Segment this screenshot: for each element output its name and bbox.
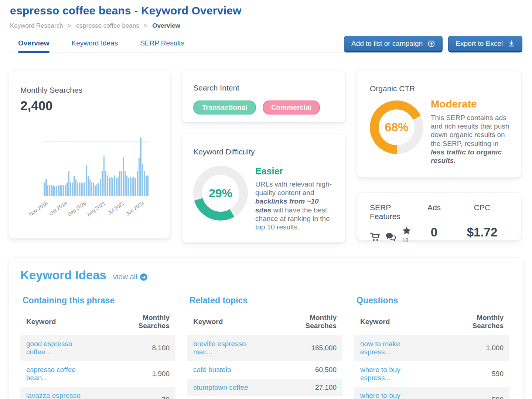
keyword-table-containing: Keyword Monthly Searches good espresso c… xyxy=(20,309,175,399)
keyword-difficulty-card: Keyword Difficulty 29% Easier URLs with … xyxy=(182,134,345,243)
chart-x-label: Oct 2019 xyxy=(48,200,68,216)
searches-value: 70 xyxy=(104,387,175,399)
keyword-group-related: Related topics Keyword Monthly Searches … xyxy=(187,293,342,399)
right-column: Organic CTR 68% Moderate This SERP conta… xyxy=(357,71,521,243)
tab-serp-results[interactable]: SERP Results xyxy=(140,39,184,52)
chart-bar xyxy=(77,183,78,196)
chart-bar xyxy=(44,183,45,196)
keyword-link[interactable]: café bustelo xyxy=(193,366,231,374)
searches-value: 590 xyxy=(438,361,509,387)
breadcrumb-current: Overview xyxy=(152,22,180,29)
chart-bar xyxy=(116,178,117,196)
chart-x-label: Sep 2020 xyxy=(66,200,87,217)
header-actions: Add to list or campaign Export to Excel xyxy=(344,36,522,52)
chat-icon xyxy=(385,232,396,243)
breadcrumb-keyword-research[interactable]: Keyword Research xyxy=(10,22,63,29)
star-icon: 18 xyxy=(402,226,414,249)
breadcrumb-keyword[interactable]: espresso coffee beans xyxy=(76,22,139,29)
organic-ctr-percent: 68% xyxy=(385,120,408,134)
chart-x-label: Jun 2023 xyxy=(125,200,145,217)
serp-feature-icons: 18 xyxy=(370,226,414,249)
table-row: stumptown coffee27,100 xyxy=(187,379,342,396)
chart-bar xyxy=(59,185,61,196)
chart-bar xyxy=(70,182,71,196)
chart-bar xyxy=(58,185,59,196)
chart-bar xyxy=(98,183,99,196)
col-header-searches: Monthly Searches xyxy=(104,309,175,335)
page-header: espresso coffee beans - Keyword Overview… xyxy=(0,0,532,52)
table-row: breville espresso mac...165,000 xyxy=(187,335,342,361)
chart-bar xyxy=(65,185,66,196)
chart-bar xyxy=(68,171,70,196)
table-row: café bustelo60,500 xyxy=(187,361,342,379)
keyword-link[interactable]: how to make espress... xyxy=(360,340,400,356)
chart-bar xyxy=(125,171,126,196)
searches-value: 27,100 xyxy=(272,379,342,396)
chart-bar xyxy=(95,185,96,196)
tab-overview[interactable]: Overview xyxy=(18,39,50,52)
chart-bar xyxy=(45,179,47,196)
chart-bar xyxy=(119,171,120,196)
chart-bar xyxy=(107,175,108,196)
keyword-link[interactable]: where to buy espress... xyxy=(360,392,400,399)
organic-ctr-rating: Moderate xyxy=(431,98,511,110)
chart-bar xyxy=(49,185,50,196)
table-row: where to buy espress...590 xyxy=(354,361,509,387)
chart-bar xyxy=(130,177,131,196)
keyword-link[interactable]: good espresso coffee... xyxy=(26,340,72,356)
monthly-searches-title: Monthly Searches xyxy=(20,86,170,95)
export-to-excel-button[interactable]: Export to Excel xyxy=(448,36,522,52)
keyword-table-questions: Keyword Monthly Searches how to make esp… xyxy=(354,309,509,399)
col-header-keyword: Keyword xyxy=(354,309,438,335)
middle-column: Search Intent Transactional Commercial K… xyxy=(182,71,345,243)
searches-value: 590 xyxy=(438,387,509,399)
chart-bar xyxy=(147,175,149,196)
table-row: where to buy espress...590 xyxy=(354,387,509,399)
keyword-link[interactable]: lavazza espresso coff... xyxy=(26,392,81,399)
chart-bar xyxy=(103,156,105,196)
chart-bar xyxy=(93,183,94,196)
col-header-searches: Monthly Searches xyxy=(272,309,342,335)
arrow-right-circle-icon: ➔ xyxy=(140,273,147,281)
organic-ctr-description: This SERP contains ads and rich results … xyxy=(431,113,511,165)
chart-bar xyxy=(51,185,52,196)
keyword-link[interactable]: breville espresso mac... xyxy=(193,340,246,356)
cpc-label: CPC xyxy=(454,203,510,221)
chart-bar xyxy=(110,177,112,196)
chart-x-label: Jul 2022 xyxy=(107,200,126,216)
chart-x-label: Aug 2021 xyxy=(86,200,106,217)
add-to-list-button[interactable]: Add to list or campaign xyxy=(344,36,443,52)
keyword-link[interactable]: espresso coffee bean... xyxy=(26,366,76,382)
keyword-group-containing: Containing this phrase Keyword Monthly S… xyxy=(20,293,175,399)
chart-bar xyxy=(142,164,143,196)
chart-bar xyxy=(144,171,145,196)
page-title: espresso coffee beans - Keyword Overview xyxy=(10,4,522,17)
table-row: lavazza espresso coff...70 xyxy=(20,387,175,399)
chart-bar xyxy=(86,165,87,196)
ads-value: 0 xyxy=(414,225,454,249)
chart-x-labels: Nov 2018Oct 2019Sep 2020Aug 2021Jul 2022… xyxy=(44,196,149,222)
chart-bars xyxy=(44,132,149,196)
intent-badge-transactional: Transactional xyxy=(193,100,256,115)
chart-bar xyxy=(109,178,110,196)
chart-bar xyxy=(61,185,63,196)
chart-bar xyxy=(132,178,133,196)
chart-bar xyxy=(139,157,140,196)
breadcrumb: Keyword Research > espresso coffee beans… xyxy=(10,22,522,30)
tab-keyword-ideas[interactable]: Keyword Ideas xyxy=(72,39,118,52)
organic-ctr-donut: 68% xyxy=(370,100,423,154)
organic-ctr-title: Organic CTR xyxy=(370,84,511,93)
keyword-table-related: Keyword Monthly Searches breville espres… xyxy=(187,309,342,399)
breadcrumb-separator: > xyxy=(68,22,71,29)
chart-bar xyxy=(47,185,49,196)
group-heading: Containing this phrase xyxy=(23,296,175,306)
view-all-link[interactable]: view all ➔ xyxy=(113,273,147,281)
chart-bar xyxy=(54,186,56,196)
keyword-link[interactable]: where to buy espress... xyxy=(360,366,400,382)
table-row: bodum french press14,800 xyxy=(187,396,342,399)
serp-features-title: SERP Features xyxy=(370,203,414,221)
cart-icon xyxy=(370,232,380,243)
keyword-link[interactable]: stumptown coffee xyxy=(193,383,248,391)
table-row: good espresso coffee...8,100 xyxy=(20,335,175,361)
keyword-difficulty-percent: 29% xyxy=(209,187,232,200)
